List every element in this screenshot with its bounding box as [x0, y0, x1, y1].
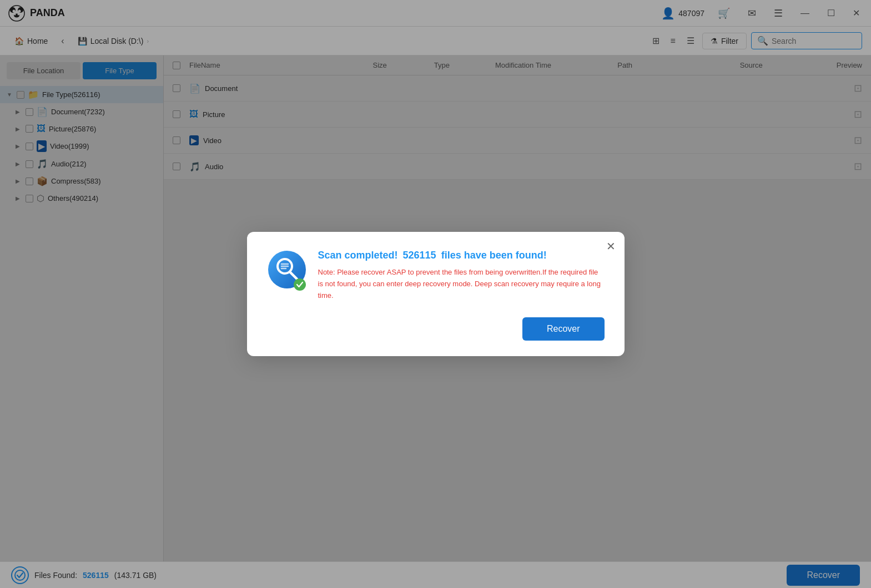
modal-close-button[interactable]: ✕ [606, 240, 616, 253]
modal-recover-button[interactable]: Recover [522, 317, 605, 341]
modal-actions: Recover [267, 317, 605, 341]
modal-title: Scan completed! 526115 files have been f… [318, 250, 605, 261]
modal-text-area: Scan completed! 526115 files have been f… [318, 250, 605, 301]
modal-content: Scan completed! 526115 files have been f… [267, 250, 605, 301]
modal-title-suffix: files have been found! [441, 250, 547, 261]
modal-title-prefix: Scan completed! [318, 250, 398, 261]
modal-overlay: ✕ [0, 0, 871, 588]
scan-complete-modal: ✕ [247, 232, 625, 356]
modal-file-count: 526115 [403, 250, 436, 261]
check-mark-icon [296, 281, 304, 288]
modal-icon-area [267, 250, 307, 292]
modal-note: Note: Please recover ASAP to prevent the… [318, 267, 605, 301]
modal-check-icon [294, 278, 306, 291]
